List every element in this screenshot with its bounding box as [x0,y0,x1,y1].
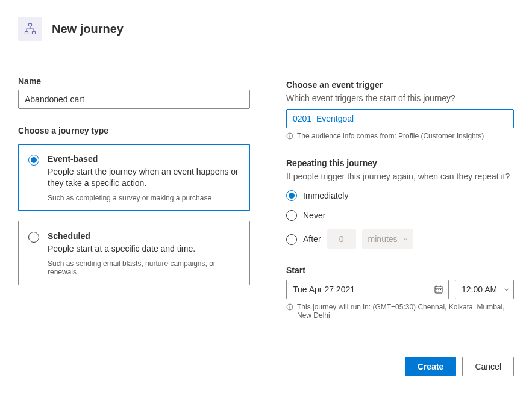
svg-rect-1 [25,32,28,34]
trigger-info: The audience info comes from: Profile (C… [297,132,484,140]
journey-type-example: Such as completing a survey or making a … [48,194,240,202]
start-label: Start [286,265,514,275]
after-value-input[interactable] [327,229,356,249]
journey-icon [18,17,42,41]
cancel-button[interactable]: Cancel [462,357,514,376]
calendar-icon [434,285,443,294]
repeat-option-after[interactable]: After minutes [286,229,514,249]
repeat-desc: If people trigger this journey again, wh… [286,172,514,181]
repeat-option-label: After [303,234,321,244]
name-label: Name [18,76,250,86]
journey-type-label: Choose a journey type [18,126,250,135]
info-icon [286,303,293,311]
start-info: This journey will run in: (GMT+05:30) Ch… [297,303,514,320]
radio-never[interactable] [286,210,297,221]
radio-event-based[interactable] [28,155,39,166]
panel-divider [268,12,268,349]
repeat-option-immediately[interactable]: Immediately [286,190,514,201]
journey-type-option-scheduled[interactable]: Scheduled People start at a specific dat… [18,221,250,285]
repeat-label: Repeating this journey [286,158,514,168]
repeat-option-label: Immediately [303,191,348,200]
create-button[interactable]: Create [405,357,457,376]
radio-after[interactable] [286,234,297,245]
chevron-down-icon [402,236,408,242]
chevron-down-icon [504,286,510,292]
journey-type-title: Scheduled [48,231,240,241]
svg-point-17 [290,305,290,306]
start-time-input[interactable]: 12:00 AM [455,280,514,299]
name-input[interactable] [18,90,250,109]
journey-type-desc: People start the journey when an event h… [48,166,240,189]
journey-type-title: Event-based [48,154,240,164]
after-unit-select[interactable]: minutes [362,229,413,249]
trigger-input[interactable]: 0201_Eventgoal [286,109,514,128]
trigger-label: Choose an event trigger [286,80,514,90]
journey-type-example: Such as sending email blasts, nurture ca… [48,259,240,276]
trigger-desc: Which event triggers the start of this j… [286,93,514,103]
journey-type-desc: People start at a specific date and time… [48,243,240,255]
header-divider [18,52,250,52]
info-icon [286,132,293,140]
svg-point-5 [290,134,290,135]
radio-immediately[interactable] [286,190,297,201]
radio-scheduled[interactable] [28,232,39,243]
repeat-option-label: Never [303,211,325,220]
svg-rect-2 [33,32,36,34]
page-title: New journey [52,22,124,36]
start-date-input[interactable]: Tue Apr 27 2021 [286,280,449,299]
journey-type-option-event-based[interactable]: Event-based People start the journey whe… [18,144,250,211]
svg-rect-0 [29,24,32,26]
repeat-option-never[interactable]: Never [286,209,514,221]
